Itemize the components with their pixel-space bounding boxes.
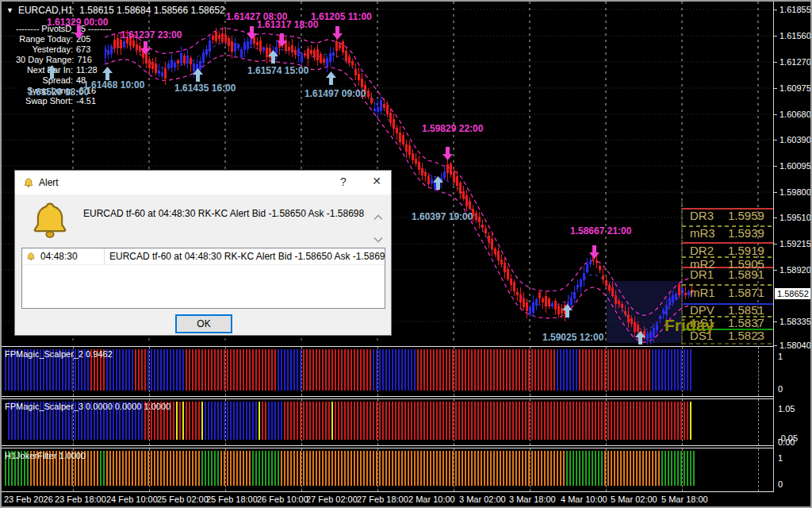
histogram-bar: [192, 349, 193, 391]
histogram-bar: [534, 402, 536, 440]
histogram-bar: [141, 451, 143, 486]
time-axis[interactable]: 23 Feb 202623 Feb 18:0024 Feb 10:0025 Fe…: [2, 492, 810, 508]
histogram-bar: [392, 451, 393, 486]
histogram-bar: [173, 402, 174, 440]
histogram-bar: [335, 451, 336, 486]
scroll-down-icon[interactable]: [373, 234, 385, 242]
histogram-bar: [630, 402, 631, 440]
grid-separator: [758, 399, 759, 445]
histogram-bar: [442, 349, 444, 391]
histogram-bar: [522, 451, 523, 486]
buy-signal-label: 1.59025 12:00: [542, 332, 603, 343]
histogram-bar: [262, 402, 263, 440]
histogram-bar: [290, 451, 292, 486]
buy-signal-label: 1.61435 16:00: [174, 83, 236, 94]
histogram-bar: [300, 349, 301, 391]
histogram-bar: [385, 349, 387, 391]
histogram-bar: [281, 349, 282, 391]
sell-signal-label: 1.61205 11:00: [311, 11, 372, 22]
histogram-bar: [525, 451, 527, 486]
histogram-bar: [249, 349, 251, 391]
histogram-bar: [338, 451, 339, 486]
histogram-bar: [125, 349, 127, 391]
current-price-box: 1.58652: [775, 288, 811, 299]
histogram-bar: [135, 451, 136, 486]
ok-button[interactable]: OK: [175, 314, 232, 333]
histogram-bar: [658, 451, 660, 486]
histogram-bar: [128, 349, 130, 391]
histogram-bar: [626, 451, 628, 486]
scroll-up-icon[interactable]: [373, 212, 385, 220]
histogram-bar: [201, 402, 203, 440]
histogram-bar: [293, 402, 295, 440]
price-axis[interactable]: 1.618551.615601.612701.609751.606801.603…: [774, 2, 812, 492]
histogram-bar: [379, 402, 381, 440]
histogram-bar: [125, 451, 127, 486]
histogram-bar: [227, 402, 228, 440]
pivot-level-row: mR31.5939: [690, 226, 764, 240]
histogram-bar: [335, 349, 336, 391]
histogram-bar: [525, 402, 527, 440]
histogram-bar: [360, 349, 362, 391]
alert-dialog-title: Alert: [39, 177, 59, 188]
indicator-pane-2[interactable]: FPMagic_Scalper_3 0.0000 0.0000 1.0000: [2, 398, 773, 446]
pivots-row-label: Range Today:: [16, 34, 73, 44]
symbol-timeframe-label: EURCAD,H1: [18, 5, 73, 16]
histogram-bar: [452, 402, 454, 440]
histogram-bar: [198, 451, 200, 486]
histogram-bar: [265, 349, 266, 391]
histogram-bar: [566, 349, 568, 391]
alert-list-row[interactable]: 04:48:30 EURCAD tf-60 at 04:48:30 RK-KC …: [22, 248, 385, 265]
pivot-level-row: DR21.5919: [690, 244, 764, 257]
pivot-level-name: mR3: [690, 226, 728, 240]
histogram-bar: [690, 451, 691, 486]
help-button[interactable]: ?: [335, 175, 351, 188]
alert-list[interactable]: 04:48:30 EURCAD tf-60 at 04:48:30 RK-KC …: [21, 248, 385, 309]
histogram-bar: [528, 451, 530, 486]
pivots-panel-row: Next Bar In:11:28: [16, 65, 105, 75]
histogram-bar: [401, 402, 403, 440]
histogram-bar: [474, 402, 476, 440]
grid-separator: [377, 347, 378, 396]
histogram-bar: [109, 451, 111, 486]
close-button[interactable]: ✕: [367, 175, 386, 187]
histogram-bar: [411, 349, 412, 391]
histogram-bar: [252, 402, 254, 440]
price-axis-label: 1.59800: [779, 187, 811, 197]
alert-dialog-titlebar[interactable]: Alert ? ✕: [15, 171, 391, 194]
histogram-bar: [389, 402, 390, 440]
histogram-bar: [677, 451, 679, 486]
histogram-bar: [160, 451, 162, 486]
histogram-bar: [541, 451, 542, 486]
histogram-bar: [281, 402, 282, 440]
grid-separator: [301, 347, 302, 396]
histogram-bar: [167, 451, 168, 486]
histogram-bar: [588, 349, 590, 391]
histogram-bar: [417, 349, 419, 391]
histogram-bar: [449, 451, 450, 486]
histogram-bar: [274, 451, 276, 486]
histogram-bar: [389, 349, 390, 391]
histogram-bar: [322, 402, 324, 440]
histogram-bar: [331, 402, 333, 440]
indicator-pane-3[interactable]: H1JokerFilter 1.0000: [2, 448, 773, 492]
histogram-bar: [297, 349, 298, 391]
histogram-bar: [408, 451, 409, 486]
price-axis-label: 1.59215: [779, 239, 811, 248]
pivots-row-value: 673: [76, 44, 105, 55]
histogram-bar: [201, 451, 203, 486]
chart-dropdown-icon[interactable]: ▼: [6, 6, 13, 14]
histogram-bar: [220, 349, 222, 391]
histogram-bar: [531, 349, 533, 391]
histogram-bar: [607, 349, 609, 391]
histogram-bar: [239, 349, 241, 391]
histogram-bar: [182, 349, 184, 391]
histogram-bar: [442, 402, 444, 440]
histogram-bar: [385, 451, 387, 486]
sell-signal-label: 1.61237 23:00: [121, 29, 182, 40]
histogram-bar: [119, 349, 121, 391]
indicator-pane-1[interactable]: FPMagic_Scalper_2 0.9462: [2, 346, 773, 397]
histogram-bar: [176, 451, 178, 486]
histogram-bar: [477, 402, 479, 440]
histogram-bar: [350, 402, 352, 440]
